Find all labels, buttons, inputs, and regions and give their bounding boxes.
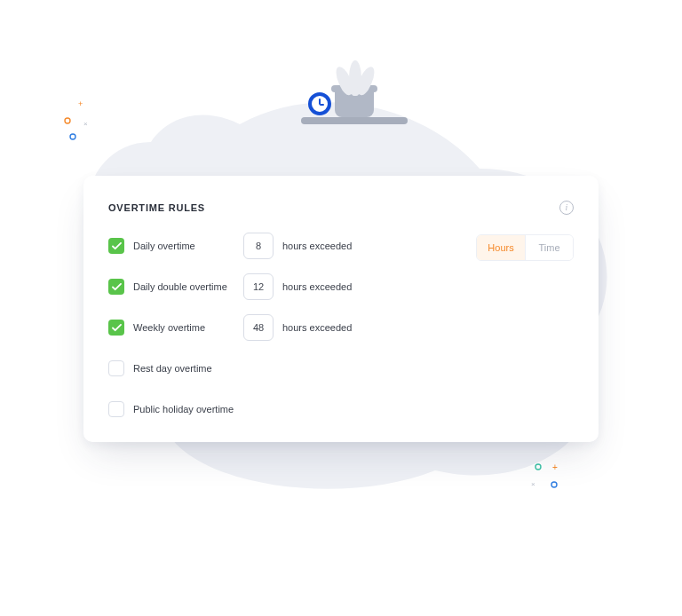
plant-pot [335, 91, 374, 117]
rule-trail: hours exceeded [282, 322, 352, 333]
rule-trail: hours exceeded [282, 281, 352, 292]
hours-input-daily-double[interactable]: 12 [243, 273, 274, 300]
svg-point-7 [551, 482, 557, 487]
decoration-bottom-right: + × [529, 460, 574, 495]
clock-icon [308, 92, 331, 115]
hours-time-toggle: Hours Time [476, 234, 574, 261]
hours-input-weekly[interactable]: 48 [243, 314, 274, 341]
svg-text:×: × [531, 480, 535, 488]
rule-label: Daily double overtime [133, 281, 234, 292]
rules-list: Daily overtime 8 hours exceeded Daily do… [108, 233, 476, 423]
check-icon [112, 324, 122, 332]
checkbox-weekly-overtime[interactable] [108, 320, 124, 336]
rule-label: Rest day overtime [133, 363, 234, 374]
rule-label: Public holiday overtime [133, 404, 234, 415]
info-icon[interactable]: i [559, 201, 574, 215]
card-title: OVERTIME RULES [108, 202, 205, 213]
desk-illustration [308, 91, 374, 117]
rule-trail: hours exceeded [282, 241, 352, 251]
svg-point-4 [535, 464, 541, 470]
svg-point-1 [65, 118, 70, 123]
check-icon [112, 283, 122, 291]
checkbox-daily-double-overtime[interactable] [108, 279, 124, 295]
rule-rest-day-overtime: Rest day overtime [108, 355, 476, 382]
rule-daily-overtime: Daily overtime 8 hours exceeded [108, 233, 476, 259]
toggle-hours[interactable]: Hours [477, 235, 525, 260]
rule-public-holiday-overtime: Public holiday overtime [108, 396, 476, 423]
toggle-time[interactable]: Time [525, 235, 573, 260]
decoration-top-left: + × [62, 99, 98, 144]
svg-point-3 [70, 134, 75, 139]
check-icon [112, 242, 122, 250]
shelf [301, 117, 408, 124]
checkbox-rest-day-overtime[interactable] [108, 360, 124, 376]
hours-input-daily[interactable]: 8 [243, 233, 274, 259]
rule-daily-double-overtime: Daily double overtime 12 hours exceeded [108, 273, 476, 300]
rule-label: Weekly overtime [133, 322, 234, 333]
checkbox-public-holiday-overtime[interactable] [108, 401, 124, 417]
svg-text:+: + [552, 462, 558, 472]
rule-label: Daily overtime [133, 241, 234, 251]
checkbox-daily-overtime[interactable] [108, 238, 124, 254]
rule-weekly-overtime: Weekly overtime 48 hours exceeded [108, 314, 476, 341]
svg-text:+: + [78, 99, 83, 108]
svg-text:×: × [83, 120, 88, 128]
overtime-rules-card: OVERTIME RULES i Daily overtime 8 hours … [83, 176, 599, 442]
